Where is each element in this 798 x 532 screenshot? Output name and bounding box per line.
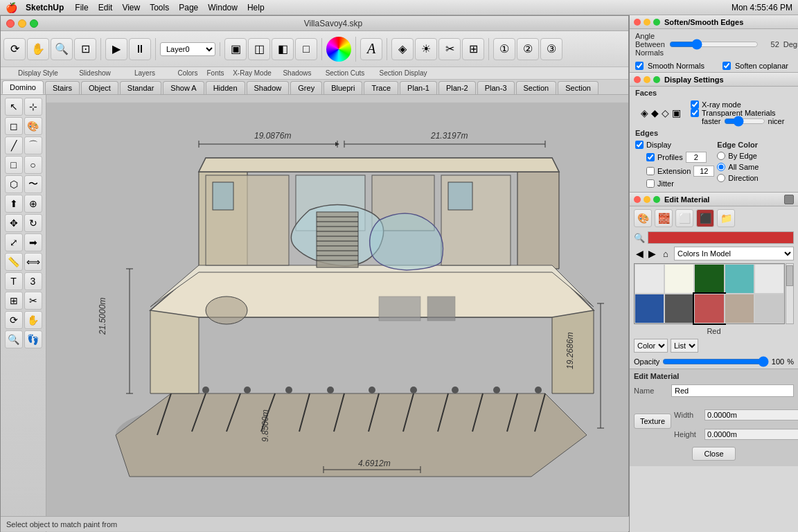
- tab-hidden[interactable]: Hidden: [206, 81, 245, 94]
- extension-checkbox[interactable]: [646, 167, 655, 175]
- space-tool-btn[interactable]: ⊹: [24, 98, 42, 116]
- list-mode-select[interactable]: List: [671, 339, 698, 353]
- tab-standar[interactable]: Standar: [120, 81, 162, 94]
- swatch-blue[interactable]: [635, 294, 664, 323]
- tab-object[interactable]: Object: [81, 81, 118, 94]
- text-btn[interactable]: T: [5, 272, 23, 290]
- angle-slider[interactable]: [669, 39, 759, 49]
- view-btn-2[interactable]: ②: [517, 38, 539, 60]
- minimize-button[interactable]: [18, 19, 26, 28]
- shadows-btn[interactable]: ☀: [415, 38, 437, 60]
- rect-tool-btn[interactable]: □: [5, 156, 23, 174]
- line-tool-btn[interactable]: ╱: [5, 136, 23, 154]
- followme-btn[interactable]: ➡: [24, 233, 42, 251]
- mat-max[interactable]: [653, 196, 660, 203]
- xray-mode-btn[interactable]: ◈: [391, 38, 414, 60]
- menu-edit[interactable]: Edit: [98, 3, 113, 12]
- mat-next-btn[interactable]: ▶: [646, 248, 657, 259]
- pause-btn[interactable]: ⏸: [129, 38, 151, 60]
- move-tool-btn[interactable]: ✥: [5, 214, 23, 232]
- axes-btn[interactable]: ⊞: [5, 292, 23, 310]
- swatch-light[interactable]: [664, 264, 694, 294]
- display-max[interactable]: [653, 76, 660, 83]
- mat-color-wheel-icon[interactable]: 🎨: [634, 209, 652, 227]
- tab-trace[interactable]: Trace: [364, 81, 398, 94]
- 3dtext-btn[interactable]: 3: [24, 272, 42, 290]
- mat-folder-icon[interactable]: 📁: [717, 209, 735, 227]
- menu-window[interactable]: Window: [208, 3, 238, 12]
- font-btn[interactable]: A: [360, 38, 382, 60]
- height-input[interactable]: [704, 429, 798, 440]
- direction-radio[interactable]: [717, 174, 725, 182]
- transparent-checkbox[interactable]: [691, 109, 699, 117]
- soften-max[interactable]: [653, 19, 660, 26]
- pan-tool[interactable]: ✋: [27, 38, 49, 60]
- tape-btn[interactable]: 📏: [5, 253, 23, 271]
- faces-icon-2[interactable]: ◆: [651, 107, 659, 118]
- view-btn-1[interactable]: ①: [493, 38, 515, 60]
- faces-icon-3[interactable]: ◇: [662, 107, 669, 118]
- paint-tool-btn[interactable]: 🎨: [24, 117, 42, 135]
- faces-icon-4[interactable]: ▣: [672, 107, 681, 118]
- swatch-red[interactable]: [694, 294, 724, 323]
- tab-plan2[interactable]: Plan-2: [438, 81, 476, 94]
- close-button[interactable]: [6, 19, 15, 28]
- apple-menu[interactable]: 🍎: [6, 2, 17, 13]
- dimension-btn[interactable]: ⟺: [24, 253, 42, 271]
- tab-bluepri[interactable]: Bluepri: [323, 81, 362, 94]
- tab-shadow[interactable]: Shadow: [247, 81, 290, 94]
- menu-page[interactable]: Page: [179, 3, 198, 12]
- display-min[interactable]: [644, 76, 650, 83]
- soften-close[interactable]: [634, 19, 641, 26]
- walk-btn[interactable]: 👣: [24, 330, 42, 348]
- tab-stairs[interactable]: Stairs: [45, 81, 80, 94]
- orbit-btn[interactable]: ⟳: [5, 311, 23, 329]
- width-input[interactable]: [704, 409, 798, 420]
- display-style-2[interactable]: ◫: [248, 38, 270, 60]
- select-tool-btn[interactable]: ↖: [5, 98, 23, 116]
- play-btn[interactable]: ▶: [105, 38, 127, 60]
- tab-plan1[interactable]: Plan-1: [400, 81, 437, 94]
- swatches-scrollbar[interactable]: [786, 263, 794, 324]
- display-close[interactable]: [634, 76, 641, 83]
- faces-icon-1[interactable]: ◈: [641, 107, 648, 118]
- zoom-extents-tool[interactable]: ⊡: [74, 38, 96, 60]
- zoom-btn[interactable]: 🔍: [5, 330, 23, 348]
- scrollbar-thumb[interactable]: [786, 265, 793, 286]
- mat-texture-icon[interactable]: ⬜: [675, 209, 693, 227]
- tab-domino[interactable]: Domino: [2, 80, 44, 94]
- mat-material-icon[interactable]: ⬛: [696, 209, 714, 227]
- layer-dropdown[interactable]: Layer0: [160, 42, 215, 56]
- section-cuts-btn[interactable]: ✂: [438, 38, 461, 60]
- zoom-tool[interactable]: 🔍: [51, 38, 73, 60]
- extension-input[interactable]: [693, 166, 714, 177]
- mat-collapse-btn[interactable]: [784, 195, 794, 204]
- tab-show-a[interactable]: Show A: [163, 81, 204, 94]
- jitter-checkbox[interactable]: [646, 179, 655, 188]
- polygon-tool-btn[interactable]: ⬡: [5, 175, 23, 193]
- swatch-darkgreen[interactable]: [694, 264, 724, 294]
- all-same-radio[interactable]: [717, 163, 725, 171]
- mat-prev-btn[interactable]: ◀: [634, 248, 645, 259]
- menu-view[interactable]: View: [122, 3, 140, 12]
- display-style-4[interactable]: □: [295, 38, 317, 60]
- color-mode-select[interactable]: Color: [634, 339, 668, 353]
- color-wheel[interactable]: [326, 37, 351, 62]
- tab-section1[interactable]: Section: [516, 81, 557, 94]
- opacity-slider[interactable]: [662, 356, 769, 367]
- profiles-checkbox[interactable]: [646, 153, 655, 161]
- quality-slider[interactable]: [724, 117, 765, 125]
- tab-section2[interactable]: Section: [558, 81, 598, 94]
- mat-category-dropdown[interactable]: Colors In Model: [674, 247, 794, 260]
- scale-tool-btn[interactable]: ⤢: [5, 233, 23, 251]
- texture-button[interactable]: Texture: [634, 414, 671, 429]
- swatch-darkgray[interactable]: [664, 294, 694, 323]
- section-btn[interactable]: ✂: [24, 292, 42, 310]
- orbit-tool[interactable]: ⟳: [3, 38, 26, 60]
- mat-name-input[interactable]: [671, 384, 794, 397]
- by-edge-radio[interactable]: [717, 152, 725, 160]
- display-checkbox[interactable]: [635, 141, 644, 149]
- soften-min[interactable]: [644, 19, 650, 26]
- profiles-input[interactable]: [686, 152, 707, 163]
- menu-file[interactable]: File: [75, 3, 88, 12]
